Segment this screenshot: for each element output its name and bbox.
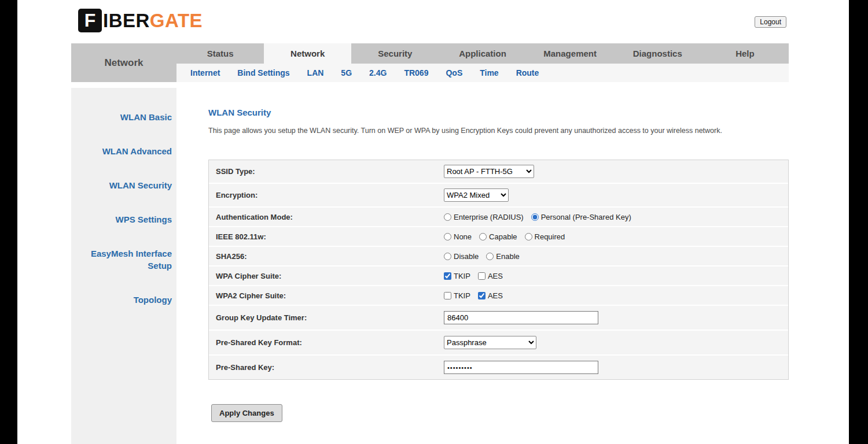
- wpa2-cipher-tkip-option[interactable]: TKIP: [444, 291, 470, 300]
- auth-personal-option[interactable]: Personal (Pre-Shared Key): [531, 213, 631, 221]
- authentication-mode-label: Authentication Mode:: [209, 213, 444, 221]
- main-panel: WLAN Security This page allows you setup…: [176, 82, 789, 444]
- sidebar-item-wlan-security[interactable]: WLAN Security: [75, 179, 172, 191]
- logo-text-iber: IBER: [103, 10, 150, 31]
- form-row-psk-format: Pre-Shared Key Format: Passphrase: [209, 331, 788, 354]
- subnav-time[interactable]: Time: [480, 68, 498, 77]
- tab-bar: Status Network Security Application Mana…: [176, 43, 789, 64]
- form-row-ieee80211w: IEEE 802.11w: None Capable Required: [209, 227, 788, 246]
- ieee80211w-label: IEEE 802.11w:: [209, 232, 444, 241]
- wpa2-cipher-aes-option[interactable]: AES: [478, 291, 503, 300]
- tab-help[interactable]: Help: [701, 43, 789, 64]
- form-row-wpa2-cipher: WPA2 Cipher Suite: TKIP AES: [209, 286, 788, 305]
- sha256-disable-label: Disable: [454, 252, 479, 261]
- logo-text-gate: GATE: [150, 10, 203, 31]
- ssid-type-label: SSID Type:: [209, 167, 444, 176]
- wpa2-cipher-aes-label: AES: [488, 291, 503, 300]
- wpa-cipher-aes-label: AES: [488, 272, 503, 280]
- sha256-disable-radio[interactable]: [444, 253, 451, 260]
- ieee80211w-capable-label: Capable: [489, 232, 517, 241]
- sha256-disable-option[interactable]: Disable: [444, 252, 479, 261]
- subnav-qos[interactable]: QoS: [446, 68, 462, 77]
- sha256-label: SHA256:: [209, 252, 444, 261]
- ieee80211w-none-label: None: [454, 232, 472, 241]
- psk-label: Pre-Shared Key:: [209, 363, 444, 372]
- form-row-encryption: Encryption: WPA2 Mixed: [209, 184, 788, 206]
- wpa2-cipher-label: WPA2 Cipher Suite:: [209, 291, 444, 300]
- ieee80211w-capable-option[interactable]: Capable: [479, 232, 517, 241]
- wpa-cipher-aes-checkbox[interactable]: [478, 272, 486, 280]
- sidebar: WLAN Basic WLAN Advanced WLAN Security W…: [71, 88, 176, 444]
- fibergate-logo: F IBERGATE: [78, 9, 203, 32]
- sidebar-item-wps-settings[interactable]: WPS Settings: [75, 213, 172, 225]
- logout-button[interactable]: Logout: [755, 16, 786, 28]
- sidebar-item-wlan-basic[interactable]: WLAN Basic: [75, 111, 172, 123]
- tab-application[interactable]: Application: [439, 43, 526, 64]
- wpa-cipher-aes-option[interactable]: AES: [478, 272, 503, 280]
- sidebar-item-wlan-advanced[interactable]: WLAN Advanced: [75, 145, 172, 157]
- encryption-select[interactable]: WPA2 Mixed: [444, 188, 509, 202]
- auth-enterprise-radio[interactable]: [444, 213, 451, 221]
- wpa-cipher-label: WPA Cipher Suite:: [209, 272, 444, 280]
- ieee80211w-none-radio[interactable]: [444, 233, 451, 240]
- ieee80211w-capable-radio[interactable]: [479, 233, 487, 240]
- auth-enterprise-label: Enterprise (RADIUS): [454, 213, 524, 221]
- psk-format-select[interactable]: Passphrase: [444, 336, 536, 349]
- sha256-enable-option[interactable]: Enable: [486, 252, 519, 261]
- subnav-internet[interactable]: Internet: [190, 68, 220, 77]
- form-row-authentication-mode: Authentication Mode: Enterprise (RADIUS)…: [209, 208, 788, 226]
- wpa-cipher-tkip-option[interactable]: TKIP: [444, 272, 470, 280]
- ieee80211w-required-label: Required: [535, 232, 565, 241]
- auth-enterprise-option[interactable]: Enterprise (RADIUS): [444, 213, 524, 221]
- tab-network[interactable]: Network: [264, 43, 351, 64]
- header: F IBERGATE Logout: [71, 0, 789, 43]
- ieee80211w-required-option[interactable]: Required: [525, 232, 565, 241]
- encryption-label: Encryption:: [209, 191, 444, 199]
- ieee80211w-required-radio[interactable]: [525, 233, 532, 240]
- psk-format-label: Pre-Shared Key Format:: [209, 338, 444, 347]
- auth-personal-label: Personal (Pre-Shared Key): [541, 213, 631, 221]
- sidebar-item-easymesh-interface-setup[interactable]: EasyMesh Interface Setup: [75, 247, 172, 272]
- page-description: This page allows you setup the WLAN secu…: [208, 125, 775, 136]
- sha256-enable-radio[interactable]: [486, 253, 494, 260]
- router-admin-page: F IBERGATE Logout Network Status Network…: [71, 0, 789, 444]
- form-row-psk: Pre-Shared Key:: [209, 356, 788, 379]
- content-area: WLAN Basic WLAN Advanced WLAN Security W…: [71, 82, 789, 444]
- sub-navigation: Internet Bind Settings LAN 5G 2.4G TR069…: [176, 64, 789, 82]
- sha256-enable-label: Enable: [496, 252, 519, 261]
- tab-diagnostics[interactable]: Diagnostics: [614, 43, 701, 64]
- wpa2-cipher-tkip-label: TKIP: [454, 291, 470, 300]
- sidebar-item-topology[interactable]: Topology: [75, 294, 172, 306]
- ieee80211w-none-option[interactable]: None: [444, 232, 472, 241]
- letterbox-right: [849, 0, 868, 444]
- wpa2-cipher-tkip-checkbox[interactable]: [444, 292, 451, 299]
- wpa2-cipher-aes-checkbox[interactable]: [478, 292, 486, 299]
- wpa-cipher-tkip-checkbox[interactable]: [444, 272, 451, 280]
- form-row-ssid-type: SSID Type: Root AP - FTTH-5G: [209, 160, 788, 183]
- tab-management[interactable]: Management: [527, 43, 614, 64]
- main-navigation: Network Status Network Security Applicat…: [71, 43, 789, 82]
- apply-changes-button[interactable]: Apply Changes: [211, 404, 282, 422]
- form-row-wpa-cipher: WPA Cipher Suite: TKIP AES: [209, 267, 788, 285]
- subnav-5g[interactable]: 5G: [341, 68, 352, 77]
- tab-security[interactable]: Security: [351, 43, 439, 64]
- ssid-type-select[interactable]: Root AP - FTTH-5G: [444, 165, 534, 178]
- group-key-timer-input[interactable]: [444, 311, 598, 324]
- page-title: WLAN Security: [208, 108, 789, 117]
- form-row-group-key-timer: Group Key Update Timer:: [209, 306, 788, 330]
- current-section-label: Network: [71, 43, 176, 82]
- subnav-lan[interactable]: LAN: [307, 68, 324, 77]
- subnav-2-4g[interactable]: 2.4G: [369, 68, 387, 77]
- pre-shared-key-input[interactable]: [444, 361, 598, 374]
- tab-status[interactable]: Status: [176, 43, 264, 64]
- auth-personal-radio[interactable]: [531, 213, 539, 221]
- logo-f-badge: F: [78, 9, 102, 32]
- subnav-bind-settings[interactable]: Bind Settings: [237, 68, 289, 77]
- wpa-cipher-tkip-label: TKIP: [454, 272, 470, 280]
- letterbox-left: [0, 0, 17, 444]
- wlan-security-form: SSID Type: Root AP - FTTH-5G Encryption:…: [208, 160, 789, 380]
- form-row-sha256: SHA256: Disable Enable: [209, 247, 788, 265]
- subnav-route[interactable]: Route: [516, 68, 539, 77]
- group-key-timer-label: Group Key Update Timer:: [209, 313, 444, 322]
- subnav-tr069[interactable]: TR069: [404, 68, 428, 77]
